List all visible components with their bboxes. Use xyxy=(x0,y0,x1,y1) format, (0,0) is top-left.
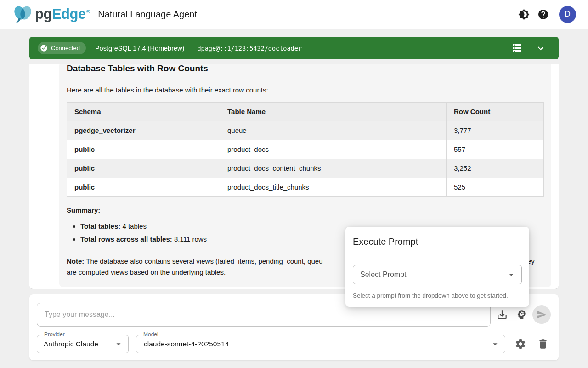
app-header: pgEdge® Natural Language Agent D xyxy=(0,0,588,29)
schema-cell: public xyxy=(67,140,220,159)
prompt-divider xyxy=(345,254,529,254)
download-icon xyxy=(496,309,508,321)
send-button[interactable] xyxy=(532,305,551,324)
connection-string: dpage@::1/128:5432/docloader xyxy=(197,45,302,52)
provider-value: Anthropic Claude xyxy=(44,340,98,348)
brightness-theme-icon xyxy=(518,9,530,20)
logo-registered-mark: ® xyxy=(86,9,90,14)
connection-expand-button[interactable] xyxy=(531,39,550,58)
table-row: publicproduct_docs557 xyxy=(67,140,544,159)
note-visible-start: The database also contains several views… xyxy=(84,257,322,265)
table-name-cell: product_docs xyxy=(220,140,447,159)
select-prompt-value: Select Prompt xyxy=(360,270,406,279)
gear-icon xyxy=(514,338,526,350)
table-name-cell: queue xyxy=(220,121,447,140)
column-header: Row Count xyxy=(447,103,544,121)
logo-edge: Edge xyxy=(52,6,86,23)
pgedge-logo: pgEdge® xyxy=(12,4,90,24)
note-label: Note: xyxy=(67,257,84,265)
server-list-icon xyxy=(511,42,523,54)
connection-status-label: Connected xyxy=(51,45,80,52)
execute-prompt-panel: Execute Prompt Select Prompt Select a pr… xyxy=(345,227,529,307)
send-icon xyxy=(537,310,547,320)
help-icon xyxy=(537,9,549,20)
user-avatar[interactable]: D xyxy=(559,6,576,23)
model-select[interactable]: Model claude-sonnet-4-20250514 xyxy=(136,335,505,353)
schema-cell: public xyxy=(67,159,220,178)
results-table-body: pgedge_vectorizerqueue3,777publicproduct… xyxy=(67,121,544,197)
pgedge-logo-mark xyxy=(12,4,34,24)
trash-icon xyxy=(537,338,549,350)
results-table-head-row: SchemaTable NameRow Count xyxy=(67,103,544,121)
theme-toggle-button[interactable] xyxy=(514,5,533,24)
prompt-assistant-button[interactable] xyxy=(515,308,528,321)
server-version-label: PostgreSQL 17.4 (Homebrew) xyxy=(95,45,185,52)
summary-heading: Summary: xyxy=(67,206,544,215)
connection-bar: Connected PostgreSQL 17.4 (Homebrew) dpa… xyxy=(29,37,559,59)
column-header: Schema xyxy=(67,103,220,121)
help-button[interactable] xyxy=(533,5,553,24)
results-table: SchemaTable NameRow Count pgedge_vectori… xyxy=(67,102,544,197)
row-count-cell: 3,777 xyxy=(447,121,544,140)
model-label: Model xyxy=(141,331,161,338)
chevron-down-icon xyxy=(535,42,547,54)
dropdown-arrow-icon xyxy=(113,339,124,349)
check-circle-icon xyxy=(40,44,48,52)
table-row: publicproduct_docs_content_chunks3,252 xyxy=(67,159,544,178)
provider-label: Provider xyxy=(42,331,67,338)
row-count-cell: 525 xyxy=(447,178,544,197)
prompt-helper-text: Select a prompt from the dropdown above … xyxy=(353,292,522,299)
pgedge-logo-text: pgEdge® xyxy=(35,6,90,23)
page-title: Natural Language Agent xyxy=(98,9,197,20)
table-name-cell: product_docs_title_chunks xyxy=(220,178,447,197)
clear-chat-button[interactable] xyxy=(537,338,549,351)
schema-cell: public xyxy=(67,178,220,197)
row-count-cell: 557 xyxy=(447,140,544,159)
message-heading: Database Tables with Row Counts xyxy=(67,64,544,74)
connection-list-button[interactable] xyxy=(507,39,526,58)
dropdown-arrow-icon xyxy=(490,339,500,349)
table-name-cell: product_docs_content_chunks xyxy=(220,159,447,178)
schema-cell: pgedge_vectorizer xyxy=(67,121,220,140)
settings-button[interactable] xyxy=(514,338,527,351)
execute-prompt-title: Execute Prompt xyxy=(353,236,522,247)
table-row: publicproduct_docs_title_chunks525 xyxy=(67,178,544,197)
logo-pg: pg xyxy=(35,6,52,23)
dropdown-arrow-icon xyxy=(506,269,517,280)
psychology-icon xyxy=(515,309,527,321)
column-header: Table Name xyxy=(220,103,447,121)
table-row: pgedge_vectorizerqueue3,777 xyxy=(67,121,544,140)
download-button[interactable] xyxy=(496,308,509,321)
provider-select[interactable]: Provider Anthropic Claude xyxy=(37,335,129,353)
row-count-cell: 3,252 xyxy=(447,159,544,178)
model-value: claude-sonnet-4-20250514 xyxy=(144,340,229,348)
message-intro: Here are all the tables in the database … xyxy=(67,86,544,95)
connection-status-badge: Connected xyxy=(38,42,86,54)
select-prompt-dropdown[interactable]: Select Prompt xyxy=(353,265,522,284)
